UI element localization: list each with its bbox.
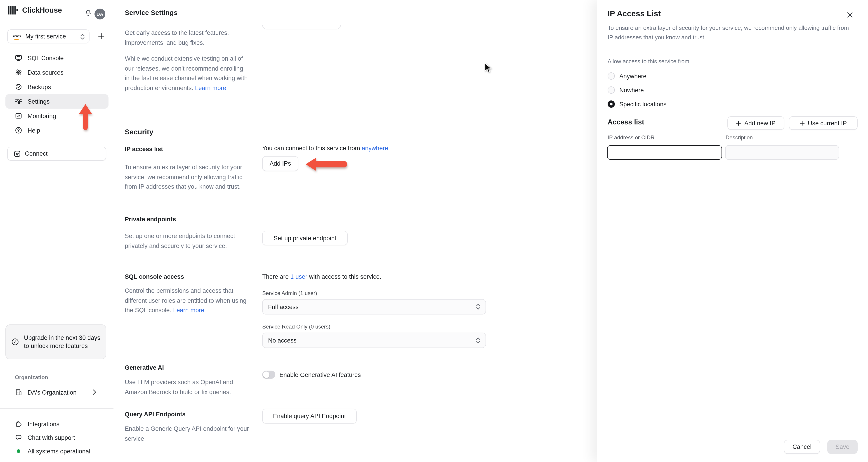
service-readonly-label: Service Read Only (0 users) [262, 323, 330, 330]
private-endpoints-label: Private endpoints [125, 216, 176, 223]
organization-switcher[interactable]: DA's Organization [5, 385, 108, 399]
use-current-ip-button[interactable]: Use current IP [789, 116, 858, 130]
sidebar-item-backups[interactable]: Backups [5, 80, 108, 94]
access-list-heading: Access list [608, 118, 644, 126]
chevron-updown-icon [476, 337, 480, 343]
sidebar-item-label: Monitoring [28, 112, 56, 119]
sidebar-item-label: Help [28, 127, 40, 134]
clock-icon [11, 338, 19, 346]
status-ok-dot [17, 449, 20, 453]
drawer-title: IP Access List [608, 9, 661, 19]
allow-access-label: Allow access to this service from [608, 58, 689, 65]
brand-name: ClickHouse [22, 6, 62, 15]
close-icon[interactable] [846, 11, 854, 19]
connect-icon [13, 150, 21, 157]
radio-label: Nowhere [619, 87, 644, 93]
page-header: Service Settings [114, 0, 597, 25]
organization-building-icon [15, 389, 22, 396]
security-heading: Security [125, 128, 153, 136]
service-readonly-value: No access [268, 337, 297, 344]
chevron-right-icon [93, 389, 96, 395]
sidebar-item-monitoring[interactable]: Monitoring [5, 109, 108, 123]
monitoring-chart-icon [15, 112, 22, 119]
system-status-row[interactable]: All systems operational [5, 444, 108, 458]
connect-button[interactable]: Connect [7, 147, 106, 161]
service-selector[interactable]: aws My first service [7, 29, 90, 44]
annotation-arrow-up [79, 104, 92, 130]
add-new-ip-button[interactable]: Add new IP [727, 116, 784, 130]
service-readonly-select[interactable]: No access [262, 333, 486, 348]
integrations-label: Integrations [28, 421, 59, 427]
cancel-button[interactable]: Cancel [784, 440, 820, 454]
learn-more-link[interactable]: Learn more [173, 307, 204, 314]
sidebar-item-data-sources[interactable]: Data sources [5, 65, 108, 80]
sidebar-item-chat-support[interactable]: Chat with support [5, 431, 108, 444]
main-content: Service Settings Get early access to the… [114, 0, 597, 462]
service-admin-value: Full access [268, 304, 299, 310]
drawer-divider [597, 51, 868, 51]
enable-query-api-button[interactable]: Enable query API Endpoint [262, 409, 357, 424]
clickhouse-logo-icon [8, 5, 19, 15]
sidebar-item-settings[interactable]: Settings [5, 94, 108, 109]
description-label: Description [725, 135, 753, 141]
sql-console-access-label: SQL console access [125, 273, 184, 280]
generative-ai-description: Use LLM providers such as OpenAI and Ama… [125, 377, 250, 397]
ip-cidr-input[interactable] [607, 145, 722, 160]
chat-bubble-icon [15, 434, 22, 441]
service-admin-label: Service Admin (1 user) [262, 290, 317, 296]
help-icon [15, 127, 22, 134]
user-avatar[interactable]: DA [94, 8, 105, 20]
page-title: Service Settings [125, 8, 178, 16]
aws-provider-icon: aws [12, 33, 21, 40]
sidebar-nav: SQL Console Data sources [5, 51, 108, 138]
text-caret [612, 149, 612, 156]
upgrade-notice[interactable]: Upgrade in the next 30 days to unlock mo… [5, 324, 106, 359]
radio-label: Anywhere [619, 73, 647, 79]
sidebar-item-integrations[interactable]: Integrations [5, 417, 108, 431]
radio-specific-locations[interactable]: Specific locations [608, 98, 666, 110]
backups-history-icon [15, 83, 22, 90]
radio-anywhere[interactable]: Anywhere [608, 70, 647, 82]
section-divider [125, 123, 486, 123]
learn-more-link[interactable]: Learn more [195, 84, 226, 91]
add-service-button[interactable] [98, 31, 107, 41]
sidebar-item-label: Settings [28, 98, 50, 105]
annotation-arrow-left [306, 157, 347, 171]
chat-support-label: Chat with support [28, 434, 75, 441]
chevron-updown-icon [476, 304, 480, 310]
service-admin-select[interactable]: Full access [262, 299, 486, 315]
one-user-link[interactable]: 1 user [290, 273, 307, 280]
radio-circle [608, 100, 615, 108]
connect-label: Connect [25, 150, 48, 157]
release-channel-select-cutoff[interactable] [262, 25, 341, 29]
mouse-cursor [485, 63, 492, 73]
private-endpoints-description: Set up one or more endpoints to connect … [125, 231, 250, 251]
add-ips-button[interactable]: Add IPs [262, 156, 298, 171]
generative-ai-toggle[interactable] [262, 371, 275, 379]
sidebar-divider [0, 408, 114, 409]
system-status-label: All systems operational [28, 448, 90, 455]
organization-name: DA's Organization [28, 389, 76, 396]
query-api-label: Query API Endpoints [125, 411, 186, 418]
save-button[interactable]: Save [827, 440, 858, 454]
sidebar-item-help[interactable]: Help [5, 123, 108, 138]
setup-private-endpoint-button[interactable]: Set up private endpoint [262, 231, 348, 245]
sidebar-item-label: SQL Console [28, 55, 64, 61]
generative-ai-toggle-label: Enable Generative AI features [279, 372, 361, 378]
ip-access-status: You can connect to this service from any… [262, 145, 388, 152]
radio-nowhere[interactable]: Nowhere [608, 84, 644, 96]
upgrade-notice-text: Upgrade in the next 30 days to unlock mo… [24, 334, 100, 350]
radio-circle [608, 73, 615, 80]
sidebar: ClickHouse DA aws My first service [0, 0, 114, 462]
description-input[interactable] [725, 145, 839, 160]
sql-console-icon [15, 54, 22, 61]
notifications-bell-icon[interactable] [85, 9, 92, 17]
sidebar-item-sql-console[interactable]: SQL Console [5, 51, 108, 65]
toggle-knob [263, 372, 270, 378]
query-api-description: Enable a Generic Query API endpoint for … [125, 424, 250, 443]
drawer-description: To ensure an extra layer of security for… [608, 24, 850, 42]
anywhere-link[interactable]: anywhere [362, 145, 388, 152]
generative-ai-label: Generative AI [125, 364, 164, 371]
release-channel-paragraph-1: Get early access to the latest features,… [125, 28, 250, 48]
radio-label: Specific locations [619, 101, 666, 108]
